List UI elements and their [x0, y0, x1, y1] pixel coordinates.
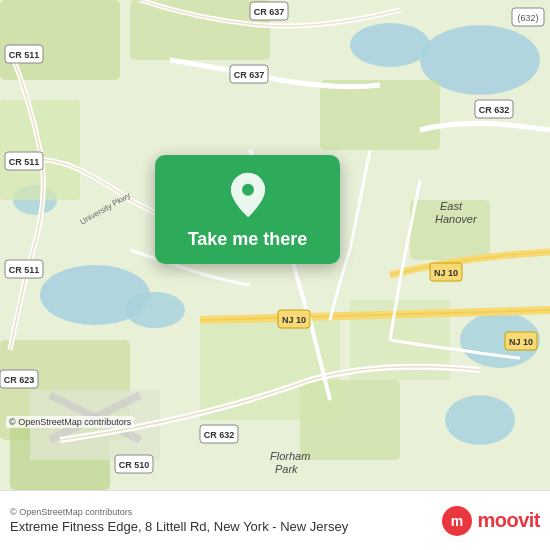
moovit-logo: m moovit	[441, 505, 540, 537]
svg-text:NJ 10: NJ 10	[509, 337, 533, 347]
svg-text:NJ 10: NJ 10	[282, 315, 306, 325]
svg-point-54	[242, 184, 254, 196]
location-name: Extreme Fitness Edge, 8 Littell Rd, New …	[10, 519, 348, 534]
svg-text:CR 637: CR 637	[234, 70, 265, 80]
svg-rect-9	[130, 0, 270, 60]
svg-text:CR 632: CR 632	[479, 105, 510, 115]
svg-text:CR 511: CR 511	[9, 50, 40, 60]
moovit-icon-svg: m	[441, 505, 473, 537]
svg-point-2	[125, 292, 185, 328]
location-card: Take me there	[155, 155, 340, 264]
svg-text:CR 623: CR 623	[4, 375, 35, 385]
svg-text:m: m	[451, 513, 463, 529]
location-pin-icon	[224, 171, 272, 219]
attribution-text: © OpenStreetMap contributors	[10, 507, 348, 517]
osm-attribution: © OpenStreetMap contributors	[6, 416, 134, 428]
moovit-brand-text: moovit	[477, 509, 540, 532]
svg-text:Hanover: Hanover	[435, 213, 478, 225]
svg-text:CR 511: CR 511	[9, 157, 40, 167]
map-container: CR 511 CR 511 CR 511 CR 637 CR 637 CR 63…	[0, 0, 550, 490]
svg-point-6	[445, 395, 515, 445]
svg-text:East: East	[440, 200, 463, 212]
svg-text:Florham: Florham	[270, 450, 310, 462]
svg-point-4	[350, 23, 430, 67]
svg-text:(632): (632)	[517, 13, 538, 23]
svg-text:NJ 10: NJ 10	[434, 268, 458, 278]
svg-text:CR 511: CR 511	[9, 265, 40, 275]
bottom-bar: © OpenStreetMap contributors Extreme Fit…	[0, 490, 550, 550]
svg-text:Park: Park	[275, 463, 298, 475]
svg-text:CR 510: CR 510	[119, 460, 150, 470]
bottom-info: © OpenStreetMap contributors Extreme Fit…	[10, 507, 348, 534]
svg-rect-10	[320, 80, 440, 150]
svg-text:CR 632: CR 632	[204, 430, 235, 440]
take-me-there-button[interactable]: Take me there	[188, 229, 308, 250]
svg-text:CR 637: CR 637	[254, 7, 285, 17]
